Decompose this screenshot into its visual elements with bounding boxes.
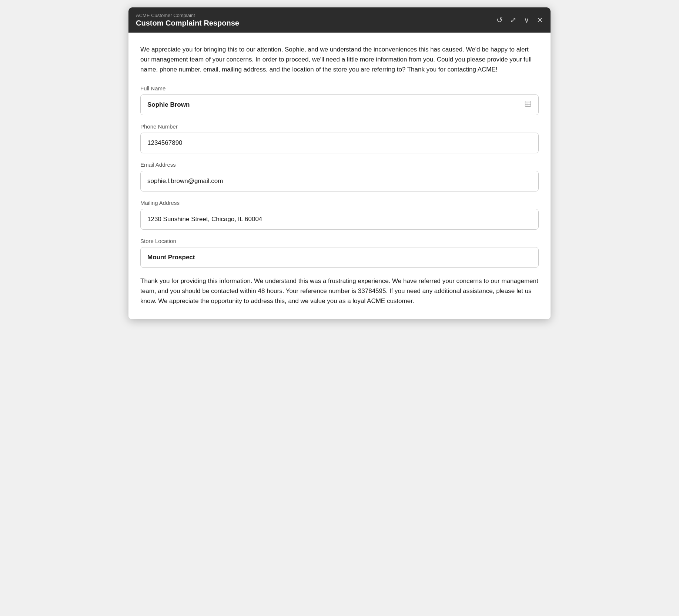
window-subtitle: ACME Customer Complaint [136,13,239,18]
field-value-3: 1230 Sunshine Street, Chicago, IL 60004 [147,216,262,223]
title-bar: ACME Customer Complaint Custom Complaint… [128,7,551,33]
field-input-2[interactable]: sophie.l.brown@gmail.com [140,171,539,192]
field-label-3: Mailing Address [140,200,539,206]
field-value-1: 1234567890 [147,139,183,147]
field-label-4: Store Location [140,238,539,244]
field-group-0: Full NameSophie Brown [140,85,539,115]
undo-icon[interactable]: ↺ [496,16,503,24]
fields-container: Full NameSophie Brown Phone Number123456… [140,85,539,268]
title-bar-left: ACME Customer Complaint Custom Complaint… [136,13,239,27]
svg-rect-0 [525,101,531,107]
field-value-4: Mount Prospect [147,254,195,261]
window-controls: ↺ ⤢ ∨ ✕ [496,16,543,24]
main-content: We appreciate you for bringing this to o… [128,33,551,319]
chevron-down-icon[interactable]: ∨ [524,16,529,24]
field-label-0: Full Name [140,85,539,91]
expand-icon[interactable]: ⤢ [510,16,516,24]
field-value-0: Sophie Brown [147,101,190,109]
field-group-3: Mailing Address1230 Sunshine Street, Chi… [140,200,539,230]
field-input-3[interactable]: 1230 Sunshine Street, Chicago, IL 60004 [140,209,539,230]
closing-paragraph: Thank you for providing this information… [140,276,539,306]
field-input-0[interactable]: Sophie Brown [140,94,539,115]
field-group-4: Store LocationMount Prospect [140,238,539,268]
field-label-1: Phone Number [140,123,539,130]
field-input-4[interactable]: Mount Prospect [140,247,539,268]
close-icon[interactable]: ✕ [537,16,543,24]
field-value-2: sophie.l.brown@gmail.com [147,177,223,185]
window-title: Custom Complaint Response [136,19,239,27]
field-label-2: Email Address [140,162,539,168]
table-icon [524,100,532,109]
intro-paragraph: We appreciate you for bringing this to o… [140,44,539,75]
field-group-1: Phone Number1234567890 [140,123,539,153]
field-group-2: Email Addresssophie.l.brown@gmail.com [140,162,539,192]
field-input-1[interactable]: 1234567890 [140,133,539,153]
app-window: ACME Customer Complaint Custom Complaint… [128,7,551,319]
